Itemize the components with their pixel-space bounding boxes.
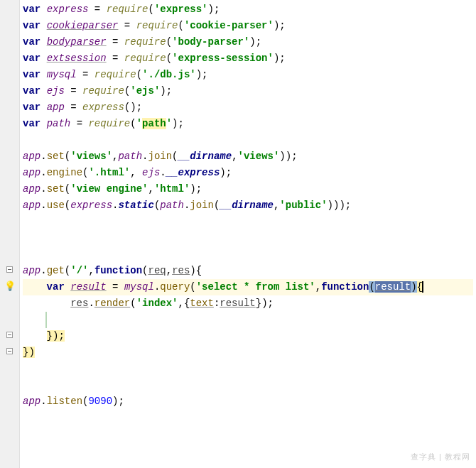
- watermark: 查字典 | 教程网: [411, 452, 470, 462]
- code-editor: 💡 var express = require('express'); var …: [0, 0, 476, 468]
- gutter: 💡: [0, 0, 20, 468]
- fold-icon[interactable]: [6, 332, 13, 338]
- bulb-icon[interactable]: 💡: [4, 281, 16, 292]
- code-area[interactable]: var express = require('express'); var co…: [20, 0, 476, 468]
- fold-icon[interactable]: [6, 266, 13, 273]
- fold-icon[interactable]: [6, 348, 13, 354]
- caret-icon: [422, 281, 423, 293]
- current-line: var result = mysql.query('select * from …: [23, 279, 473, 295]
